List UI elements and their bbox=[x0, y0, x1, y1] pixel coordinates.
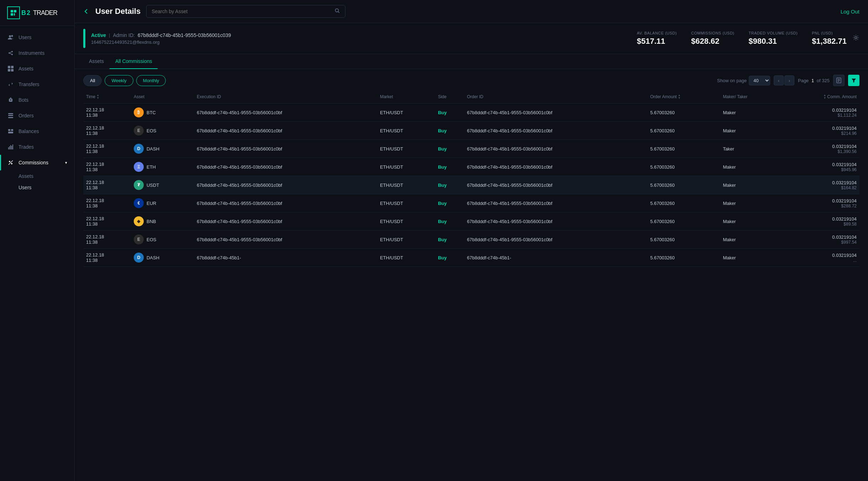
stat-traded-volume-label: Traded Volume (USD) bbox=[748, 31, 798, 35]
page-size-select[interactable]: 40 20 100 bbox=[749, 76, 770, 85]
dash-icon: D bbox=[134, 144, 144, 154]
cell-comm-amount: 0.03219104 $214.96 bbox=[781, 122, 859, 140]
sidebar-item-users[interactable]: Users bbox=[0, 30, 74, 45]
stat-traded-volume: Traded Volume (USD) $980.31 bbox=[748, 31, 798, 46]
svg-rect-20 bbox=[8, 117, 13, 118]
status-badge: Active bbox=[91, 32, 106, 38]
cell-order-amount: 5.67003260 bbox=[647, 176, 720, 194]
current-page: 1 bbox=[811, 78, 814, 83]
sidebar-item-orders[interactable]: Orders bbox=[0, 108, 74, 123]
cell-time: 22.12.1811:38 bbox=[83, 140, 131, 158]
logo-icon bbox=[7, 6, 20, 19]
sort-arrows-comm: ▲▼ bbox=[823, 94, 826, 100]
stat-pnl-label: PnL (USD) bbox=[812, 31, 833, 35]
cell-execution-id: 67b8dddf-c74b-45b1-9555-03b56001c0bf bbox=[194, 140, 377, 158]
search-input[interactable] bbox=[152, 9, 332, 14]
transfers-icon bbox=[7, 81, 14, 88]
cell-maker-taker: Maker bbox=[720, 104, 781, 122]
th-comm-amount: ▲▼ Comm. Amount bbox=[781, 90, 859, 104]
submenu-users[interactable]: Users bbox=[18, 182, 74, 193]
cell-order-id: 67b8dddf-c74b-45b1-9555-03b56001c0bf bbox=[464, 212, 647, 231]
search-icon bbox=[334, 8, 340, 15]
filter-all-button[interactable]: All bbox=[83, 75, 102, 86]
export-xls-button[interactable] bbox=[833, 75, 845, 86]
cell-order-id: 67b8dddf-c74b-45b1- bbox=[464, 249, 647, 267]
back-button[interactable] bbox=[83, 8, 90, 15]
svg-point-34 bbox=[855, 37, 857, 39]
prev-page-button[interactable]: ‹ bbox=[774, 75, 784, 85]
cell-order-amount: 5.67003260 bbox=[647, 231, 720, 249]
stat-commissions-value: $628.62 bbox=[691, 37, 720, 46]
tab-assets[interactable]: Assets bbox=[83, 54, 110, 69]
table-row: 22.12.1811:38 D DASH 67b8dddf-c74b-45b1-… bbox=[83, 249, 859, 267]
svg-line-9 bbox=[10, 52, 11, 53]
svg-point-7 bbox=[11, 51, 13, 52]
cell-comm-amount: 0.03219104 ... bbox=[781, 249, 859, 267]
sidebar-item-balances-label: Balances bbox=[18, 128, 39, 134]
filter-weekly-button[interactable]: Weekly bbox=[105, 75, 133, 86]
next-page-button[interactable]: › bbox=[784, 75, 794, 85]
logout-button[interactable]: Log Out bbox=[841, 9, 859, 15]
cell-comm-amount: 0.03219104 $1,112.24 bbox=[781, 104, 859, 122]
sidebar-item-commissions-label: Commissions bbox=[18, 160, 48, 165]
page-title: User Details bbox=[95, 7, 141, 16]
sidebar-item-trades[interactable]: Trades bbox=[0, 139, 74, 155]
gear-button[interactable] bbox=[852, 34, 859, 43]
sidebar-item-transfers[interactable]: Transfers bbox=[0, 76, 74, 92]
cell-market: ETH/USDT bbox=[377, 140, 435, 158]
cell-comm-amount: 0.03219104 $288.72 bbox=[781, 194, 859, 212]
cell-market: ETH/USDT bbox=[377, 249, 435, 267]
cell-market: ETH/USDT bbox=[377, 104, 435, 122]
eos-icon: E bbox=[134, 126, 144, 136]
th-market: Market bbox=[377, 90, 435, 104]
cell-order-id: 67b8dddf-c74b-45b1-9555-03b56001c0bf bbox=[464, 194, 647, 212]
th-maker-taker: Maker/ Taker bbox=[720, 90, 781, 104]
table-row: 22.12.1811:38 ₿ BTC 67b8dddf-c74b-45b1-9… bbox=[83, 104, 859, 122]
sidebar-item-bots[interactable]: Bots bbox=[0, 92, 74, 108]
sidebar-item-instruments[interactable]: Instruments bbox=[0, 45, 74, 61]
svg-point-4 bbox=[9, 35, 11, 37]
nav-arrows: ‹ › bbox=[774, 75, 794, 85]
svg-rect-0 bbox=[11, 10, 13, 12]
sidebar-item-assets[interactable]: Assets bbox=[0, 61, 74, 76]
svg-rect-19 bbox=[8, 115, 13, 116]
cell-maker-taker: Maker bbox=[720, 122, 781, 140]
cell-order-id: 67b8dddf-c74b-45b1-9555-03b56001c0bf bbox=[464, 176, 647, 194]
stat-commissions: Commissions (USD) $628.62 bbox=[691, 31, 735, 46]
user-info: Active | Admin ID: 67b8dddf-c74b-45b1-95… bbox=[91, 32, 624, 45]
cell-order-amount: 5.67003260 bbox=[647, 122, 720, 140]
svg-rect-1 bbox=[14, 10, 16, 12]
submenu-assets[interactable]: Assets bbox=[18, 170, 74, 182]
table-row: 22.12.1811:38 ◈ BNB 67b8dddf-c74b-45b1-9… bbox=[83, 212, 859, 231]
filter-icon-button[interactable] bbox=[848, 75, 859, 86]
cell-asset: E EOS bbox=[131, 122, 194, 140]
sidebar: B2 TRADER Users Instruments Assets bbox=[0, 0, 75, 481]
tab-all-commissions[interactable]: All Commissions bbox=[110, 54, 158, 69]
svg-point-6 bbox=[9, 52, 10, 54]
logo: B2 TRADER bbox=[0, 0, 74, 26]
filter-monthly-button[interactable]: Monthly bbox=[136, 75, 166, 86]
svg-rect-2 bbox=[11, 13, 13, 16]
cell-order-amount: 5.67003260 bbox=[647, 104, 720, 122]
svg-line-10 bbox=[10, 53, 11, 54]
sidebar-item-instruments-label: Instruments bbox=[18, 50, 44, 56]
sidebar-item-commissions[interactable]: Commissions ▾ bbox=[0, 155, 74, 170]
tabs: Assets All Commissions bbox=[75, 54, 868, 69]
cell-asset: ₮ USDT bbox=[131, 176, 194, 194]
sidebar-nav: Users Instruments Assets Transfers Bots bbox=[0, 26, 74, 481]
page-label: Page bbox=[798, 78, 809, 83]
sidebar-item-users-label: Users bbox=[18, 35, 32, 40]
cell-order-amount: 5.67003260 bbox=[647, 212, 720, 231]
user-status-line: Active | Admin ID: 67b8dddf-c74b-45b1-95… bbox=[91, 32, 624, 38]
separator: | bbox=[109, 32, 110, 38]
sidebar-item-balances[interactable]: Balances bbox=[0, 123, 74, 139]
cell-side: Buy bbox=[435, 104, 464, 122]
cell-order-id: 67b8dddf-c74b-45b1-9555-03b56001c0bf bbox=[464, 140, 647, 158]
page-info: Page 1 of 325 bbox=[798, 78, 830, 83]
logo-text: B2 bbox=[21, 9, 31, 17]
cell-execution-id: 67b8dddf-c74b-45b1-9555-03b56001c0bf bbox=[194, 176, 377, 194]
assets-icon bbox=[7, 65, 14, 72]
th-order-amount: Order Amount ▲▼ bbox=[647, 90, 720, 104]
th-order-id: Order ID bbox=[464, 90, 647, 104]
cell-side: Buy bbox=[435, 158, 464, 176]
